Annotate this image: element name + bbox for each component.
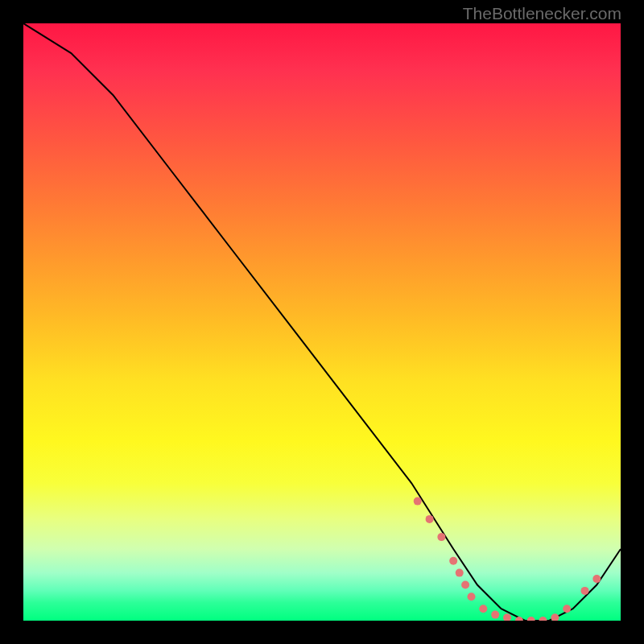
- data-marker: [581, 587, 589, 595]
- watermark-text: TheBottlenecker.com: [463, 4, 621, 23]
- data-marker: [515, 617, 523, 621]
- data-point-markers: [414, 497, 601, 621]
- data-marker: [437, 533, 445, 541]
- data-marker: [461, 581, 469, 589]
- data-marker: [551, 613, 559, 621]
- data-marker: [414, 497, 422, 506]
- data-marker: [468, 592, 476, 601]
- curve-path: [23, 23, 621, 621]
- data-marker: [539, 617, 547, 621]
- data-marker: [456, 569, 464, 577]
- data-marker: [491, 611, 499, 619]
- data-marker: [449, 557, 457, 565]
- data-marker: [503, 613, 511, 621]
- chart-svg: [23, 23, 621, 621]
- bottleneck-curve-line: [23, 23, 621, 621]
- data-marker: [563, 605, 571, 613]
- data-marker: [479, 605, 487, 613]
- data-marker: [426, 515, 434, 523]
- data-marker: [527, 617, 535, 621]
- data-marker: [592, 575, 601, 583]
